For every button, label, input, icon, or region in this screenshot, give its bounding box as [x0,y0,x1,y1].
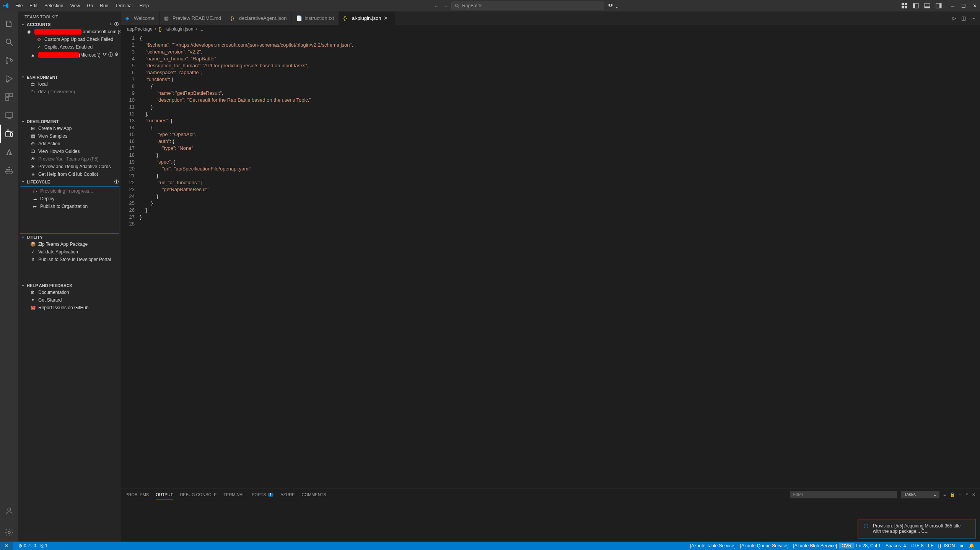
panel-output-select[interactable]: Tasks⌄ [901,491,939,498]
lifecycle-provisioning[interactable]: ◌Provisioning in progress... [20,187,119,195]
status-errors[interactable]: ⊗ 0 ⚠ 0 [16,543,38,548]
split-icon[interactable]: ◫ [961,15,966,21]
more-icon[interactable]: ··· [971,15,975,21]
section-utility[interactable]: UTILITY [18,234,121,240]
remote-indicator[interactable] [0,542,13,550]
tab-preview-readme[interactable]: ▦Preview README.md [160,11,226,25]
list-icon[interactable]: ≡ [943,492,946,497]
window-maximize-icon[interactable]: ☐ [961,3,966,9]
close-icon[interactable]: ✕ [972,492,975,497]
panel-tab-problems[interactable]: PROBLEMS [125,490,149,499]
section-lifecycle[interactable]: LIFECYCLE ⓘ [18,178,121,185]
layout-grid-icon[interactable] [901,3,907,9]
help-report-issue[interactable]: 🐙Report Issues on GitHub [18,304,121,312]
tab-welcome[interactable]: ◆Welcome [121,11,160,25]
status-azurite-blob[interactable]: [Azurite Blob Service] [791,543,839,548]
utility-publish-store[interactable]: ⇪Publish to Store in Developer Portal [18,256,121,263]
info-icon[interactable]: ⓘ [108,52,113,58]
copilot-icon[interactable]: ⌄ [607,2,619,10]
menu-file[interactable]: File [12,2,26,10]
info-icon[interactable]: ⓘ [114,21,119,27]
menu-terminal[interactable]: Terminal [112,2,135,10]
info-icon[interactable]: ⓘ [114,179,119,185]
status-eol[interactable]: LF [926,543,936,548]
menu-edit[interactable]: Edit [26,2,41,10]
panel-tab-azure[interactable]: AZURE [280,490,295,499]
sidebar-more-icon[interactable]: ··· [111,15,115,19]
activity-azure[interactable] [0,143,18,161]
dev-create-app[interactable]: ⊞Create New App [18,125,121,132]
status-feedback-icon[interactable]: ☻ [957,543,967,548]
activity-accounts[interactable] [0,502,18,520]
menu-selection[interactable]: Selection [41,2,66,10]
tab-instruction[interactable]: 📄instruction.txt [291,11,339,25]
status-ovr[interactable]: OVR [839,543,854,548]
panel-tab-comments[interactable]: COMMENTS [302,490,326,499]
panel-tab-terminal[interactable]: TERMINAL [223,490,245,499]
window-close-icon[interactable]: ✕ [973,3,977,9]
lifecycle-deploy[interactable]: ☁Deploy [20,195,119,203]
code-editor[interactable]: 1234567891011121314151617181920212223242… [121,33,980,488]
dev-preview-app[interactable]: 👁Preview Your Teams App (F5) [18,155,121,163]
activity-run-debug[interactable] [0,70,18,88]
section-help[interactable]: HELP AND FEEDBACK [18,282,121,289]
nav-forward-icon[interactable]: → [443,3,448,9]
activity-settings[interactable] [0,523,18,542]
activity-extensions[interactable] [0,88,18,106]
status-azurite-queue[interactable]: [Azurite Queue Service] [738,543,791,548]
panel-tab-debug[interactable]: DEBUG CONSOLE [180,490,217,499]
account-item-microsoft[interactable]: ▲ ████████████(Microsoft) ⟳ ⓘ ⚙ [18,51,121,59]
notification-toast[interactable]: ⓘ Provision: [5/5] Acquiring Microsoft 3… [858,519,976,539]
panel-left-icon[interactable] [913,3,919,9]
panel-filter-input[interactable] [790,491,897,498]
activity-teams-toolkit[interactable] [0,125,18,143]
run-icon[interactable]: ▷ [952,15,956,21]
command-center-search[interactable]: RapBattle [451,2,604,10]
activity-remote[interactable] [0,106,18,125]
status-cursor-position[interactable]: Ln 28, Col 1 [854,543,883,548]
panel-bottom-icon[interactable] [924,3,930,9]
dev-add-action[interactable]: ⊕Add Action [18,140,121,148]
status-spaces[interactable]: Spaces: 4 [883,543,908,548]
dev-preview-cards[interactable]: ✱Preview and Debug Adaptive Cards [18,163,121,170]
help-get-started[interactable]: ✦Get Started [18,296,121,304]
refresh-icon[interactable]: ⟳ [103,52,107,58]
account-copilot-enabled[interactable]: ✓ Copilot Access Enabled [18,43,121,51]
status-azurite-table[interactable]: [Azurite Table Service] [688,543,738,548]
dev-github-copilot[interactable]: ⎈Get Help from GitHub Copilot [18,170,121,178]
dev-view-samples[interactable]: ▤View Samples [18,132,121,140]
env-dev[interactable]: 🗀 dev (Provisioned) [18,88,121,96]
lifecycle-publish[interactable]: ↦Publish to Organization [20,203,119,210]
add-account-icon[interactable]: + [110,21,112,27]
status-language[interactable]: {} JSON [936,543,957,548]
nav-back-icon[interactable]: ← [434,3,439,9]
tab-declarative-agent[interactable]: {}declarativeAgent.json [226,11,291,25]
account-item-contoso[interactable]: ◉ ██████████████.onmicrosoft.com (Contos… [18,28,121,36]
menu-view[interactable]: View [67,2,83,10]
utility-validate[interactable]: ✓Validate Application [18,248,121,256]
status-ports[interactable]: ⎘ 1 [38,543,50,548]
window-minimize-icon[interactable]: ─ [951,3,954,9]
breadcrumb[interactable]: appPackage › {} ai-plugin.json › ... [121,25,980,33]
menu-go[interactable]: Go [84,2,96,10]
env-local[interactable]: 🗀 local [18,80,121,88]
section-development[interactable]: DEVELOPMENT [18,118,121,125]
activity-containers[interactable] [0,161,18,180]
utility-zip[interactable]: 📦Zip Teams App Package [18,240,121,248]
activity-search[interactable] [0,33,18,51]
dev-howto-guides[interactable]: 🕮View How-to Guides [18,148,121,155]
section-environment[interactable]: ENVIRONMENT [18,74,121,80]
panel-tab-output[interactable]: OUTPUT [156,490,173,500]
status-encoding[interactable]: UTF-8 [908,543,926,548]
menu-help[interactable]: Help [137,2,152,10]
account-custom-app-failed[interactable]: ⊘ Custom App Upload Check Failed [18,36,121,43]
status-bell-icon[interactable]: 🔔 [967,543,977,548]
activity-source-control[interactable] [0,51,18,70]
tab-ai-plugin[interactable]: {}ai-plugin.json✕ [339,11,395,25]
section-accounts[interactable]: ACCOUNTS + ⓘ [18,21,121,28]
more-icon[interactable]: ··· [959,492,962,497]
help-docs[interactable]: 🗎Documentation [18,289,121,296]
activity-explorer[interactable] [0,15,18,33]
close-icon[interactable]: ✕ [384,15,390,21]
panel-tab-ports[interactable]: PORTS1 [252,490,273,499]
